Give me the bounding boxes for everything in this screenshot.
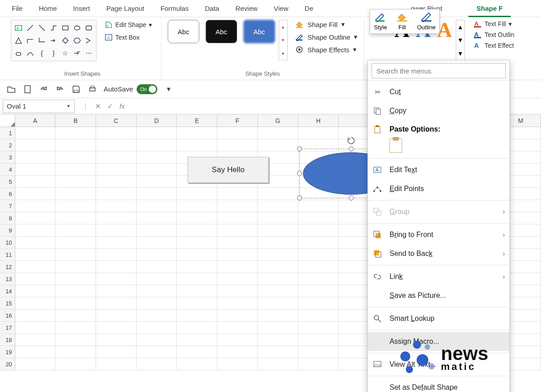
cell[interactable]	[96, 200, 137, 212]
cell[interactable]	[137, 139, 177, 151]
cell[interactable]	[55, 176, 96, 188]
cell[interactable]	[55, 310, 96, 322]
shape-fill-button[interactable]: Shape Fill▾	[295, 20, 358, 29]
new-icon[interactable]	[23, 84, 32, 94]
cell[interactable]	[177, 358, 217, 370]
cell[interactable]	[217, 273, 258, 285]
cell[interactable]	[137, 188, 177, 200]
menu-edit-points[interactable]: Edit Points	[368, 179, 509, 198]
shape-chevron-icon[interactable]	[83, 35, 94, 46]
redo-icon[interactable]	[39, 84, 49, 94]
text-effects-button[interactable]: AText Effect	[473, 41, 514, 50]
cell[interactable]	[96, 249, 137, 261]
cell[interactable]	[15, 237, 56, 249]
cell[interactable]	[217, 249, 258, 261]
cell[interactable]	[177, 261, 217, 273]
cell[interactable]	[15, 322, 56, 334]
chevron-up-icon[interactable]: ▴	[282, 24, 284, 29]
cell[interactable]	[137, 224, 177, 237]
paste-keep-source-icon[interactable]	[390, 138, 402, 153]
cell[interactable]	[217, 212, 258, 224]
cell[interactable]	[177, 273, 217, 285]
cell[interactable]	[258, 297, 298, 310]
menu-save-as-picture[interactable]: Save as Picture...	[368, 286, 509, 305]
cell[interactable]	[298, 212, 339, 224]
cell[interactable]	[258, 127, 298, 139]
cell[interactable]	[15, 249, 56, 261]
cell[interactable]	[15, 297, 56, 310]
text-box-button[interactable]: A Text Box	[103, 32, 154, 42]
cell[interactable]	[96, 151, 137, 164]
row-header[interactable]: 15	[0, 297, 15, 310]
cell[interactable]	[217, 322, 258, 334]
cell[interactable]	[258, 212, 298, 224]
cell[interactable]	[298, 346, 339, 358]
cell[interactable]	[15, 346, 56, 358]
cell[interactable]	[298, 127, 339, 139]
shape-connector-icon[interactable]	[48, 22, 59, 34]
cell[interactable]	[177, 127, 217, 139]
cell[interactable]	[217, 127, 258, 139]
style-swatch-black[interactable]: Abc	[206, 20, 237, 43]
cell[interactable]	[298, 249, 339, 261]
cell[interactable]	[96, 224, 137, 237]
cell[interactable]	[137, 237, 177, 249]
col-header-A[interactable]: A	[15, 114, 56, 127]
cell[interactable]	[15, 188, 56, 200]
cell[interactable]	[96, 322, 137, 334]
cell[interactable]	[55, 139, 96, 151]
shape-elbow-icon[interactable]	[25, 35, 36, 46]
cell[interactable]	[258, 346, 298, 358]
resize-handle[interactable]	[349, 146, 354, 151]
col-header-F[interactable]: F	[217, 114, 258, 127]
fx-icon[interactable]: fx	[119, 102, 125, 110]
shape-loop-icon[interactable]	[13, 47, 24, 59]
cell[interactable]	[96, 273, 137, 285]
cell[interactable]	[96, 285, 137, 297]
cell[interactable]	[137, 285, 177, 297]
shapes-gallery[interactable]: A { } ☆ ⋯	[11, 20, 96, 61]
cell[interactable]	[96, 346, 137, 358]
cell[interactable]	[298, 358, 339, 370]
resize-handle[interactable]	[297, 196, 302, 201]
cell[interactable]	[217, 346, 258, 358]
shape-rbrace-icon[interactable]: }	[48, 47, 59, 59]
cell[interactable]	[298, 297, 339, 310]
resize-handle[interactable]	[349, 196, 354, 201]
cell[interactable]	[137, 127, 177, 139]
cancel-icon[interactable]: ✕	[95, 102, 101, 110]
cell[interactable]	[217, 237, 258, 249]
tab-page-layout[interactable]: Page Layout	[98, 0, 152, 17]
shape-arrowr-icon[interactable]	[72, 47, 83, 59]
row-header[interactable]: 17	[0, 322, 15, 334]
menu-assign-macro[interactable]: Assign Macro...	[368, 332, 509, 351]
shape-roundrect-icon[interactable]	[83, 22, 94, 34]
row-header[interactable]: 3	[0, 151, 15, 164]
cell[interactable]	[217, 261, 258, 273]
shape-hexagon-icon[interactable]	[72, 35, 83, 46]
wordart-gallery-scroll[interactable]: ▴▾▾	[456, 20, 465, 60]
col-header-E[interactable]: E	[177, 114, 217, 127]
cell[interactable]	[55, 285, 96, 297]
row-header[interactable]: 13	[0, 273, 15, 285]
cell[interactable]	[96, 127, 137, 139]
cell[interactable]	[96, 334, 137, 346]
cell[interactable]	[177, 212, 217, 224]
print-icon[interactable]	[87, 84, 97, 94]
shape-arrow-icon[interactable]	[48, 35, 59, 46]
style-swatch-white[interactable]: Abc	[168, 20, 199, 43]
shape-line-icon[interactable]	[25, 22, 36, 34]
cell[interactable]	[177, 285, 217, 297]
shape-effects-button[interactable]: Shape Effects▾	[295, 45, 358, 54]
cell[interactable]	[15, 358, 56, 370]
cell[interactable]	[217, 358, 258, 370]
cell[interactable]	[55, 358, 96, 370]
menu-edit-text[interactable]: AEdit Text	[368, 160, 509, 179]
save-icon[interactable]	[71, 84, 81, 94]
shape-star-icon[interactable]: ☆	[60, 47, 71, 59]
cell[interactable]	[258, 261, 298, 273]
cell[interactable]	[96, 212, 137, 224]
cell[interactable]	[137, 346, 177, 358]
menu-copy[interactable]: Copy	[368, 101, 509, 120]
row-header[interactable]: 18	[0, 334, 15, 346]
